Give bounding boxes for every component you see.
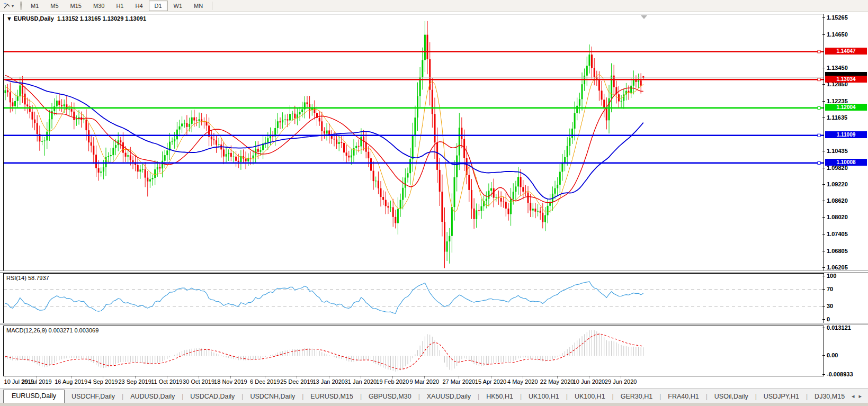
price-axis-label: 1.09220 [827,181,848,187]
timeframe-button-m5[interactable]: M5 [44,1,64,11]
time-axis-label: 4 May 2020 [507,378,538,385]
axis-tick-mark [822,267,825,268]
toolbar-separator [212,2,212,10]
axis-tick-mark [822,168,825,168]
price-axis-label: 1.12235 [827,98,848,104]
timeframe-button-m15[interactable]: M15 [65,1,87,11]
axis-tick-mark [822,17,825,18]
time-axis-label: 31 Jan 2020 [345,378,377,385]
chart-tab-usdchf-daily[interactable]: USDCHF,Daily [65,391,122,403]
cursor-tool-button[interactable]: ▾ [0,0,17,12]
time-axis-label: 6 Dec 2019 [250,378,280,385]
timeframe-button-h4[interactable]: H4 [129,1,148,11]
chart-shift-marker[interactable] [641,15,647,19]
hline-price-badge: 1.10008 [825,159,867,166]
axis-tick-mark [822,118,825,118]
timeframe-button-mn[interactable]: MN [188,1,209,11]
price-axis-label: 30 [827,303,833,309]
time-axis-label: 19 Feb 2020 [376,378,409,385]
price-axis-label: -0.008933 [827,371,853,377]
crosshair-line-icon [3,2,11,10]
time-axis-label: 16 Aug 2019 [55,378,87,385]
axis-tick-mark [822,319,825,320]
timeframe-button-w1[interactable]: W1 [168,1,189,11]
axis-tick-mark [822,68,825,68]
price-axis-label: 1.13450 [827,65,848,71]
hline-price-badge: 1.14047 [825,48,867,55]
axis-tick-mark [822,101,825,102]
candlestick-layer [4,14,824,270]
time-axis-label: 9 Mar 2020 [410,378,440,385]
chart-tab-usdjpy-h1[interactable]: USDJPY,H1 [757,391,806,403]
axis-tick-mark [822,306,825,306]
axis-tick-mark [822,328,825,328]
time-axis-label: 10 Jun 2020 [573,378,605,385]
time-axis-label: 29 Jun 2020 [605,378,637,385]
axis-tick-mark [822,374,825,375]
price-axis-label: 1.14650 [827,31,848,38]
price-axis-label: 1.11635 [827,114,847,121]
time-axis-label: 22 May 2020 [540,378,574,385]
chart-tab-audusd-daily[interactable]: AUDUSD,Daily [123,391,182,403]
time-axis-label: 18 Nov 2019 [214,378,247,385]
chart-tab-eurusd-daily[interactable]: EURUSD,Daily [3,390,65,403]
axis-tick-mark [822,234,825,234]
axis-tick-mark [822,217,825,218]
macd-indicator-pane[interactable]: MACD(12,26,9) 0.003271 0.003069 [3,326,824,376]
timeframe-button-m1[interactable]: M1 [25,1,44,11]
chevron-down-icon: ▾ [12,4,14,8]
mt4-window: ▾ M1M5M15M30H1H4D1W1MN ▼ EURUSD,Daily 1.… [0,0,868,406]
time-axis-label: 4 Sep 2019 [88,378,118,385]
timeframe-button-h1[interactable]: H1 [110,1,129,11]
main-chart-pane[interactable]: ▼ EURUSD,Daily 1.13152 1.13165 1.13029 1… [3,14,824,271]
time-axis-label: 27 Mar 2020 [442,378,475,385]
axis-tick-mark [822,276,825,276]
chart-tab-uk100-h1[interactable]: UK100,H1 [522,391,566,403]
time-axis-label: 23 Sep 2019 [118,378,151,385]
time-axis-label: 29 Jul 2019 [22,378,52,385]
chart-tab-dj30-m15[interactable]: DJ30,M15 [808,391,852,403]
time-axis[interactable]: 10 Jul 201929 Jul 201916 Aug 20194 Sep 2… [3,376,825,388]
chart-tab-usdcnh-daily[interactable]: USDCNH,Daily [243,391,302,403]
price-axis-label: 1.06805 [827,248,848,254]
chart-tab-fra40-h1[interactable]: FRA40,H1 [661,391,705,403]
chart-tab-xauusd-daily[interactable]: XAUUSD,Daily [420,391,478,403]
pane-splitter[interactable] [0,323,868,325]
rsi-indicator-pane[interactable]: RSI(14) 58.7937 [3,273,824,323]
time-axis-label: 30 Oct 2019 [183,378,214,385]
price-axis-label: 0.013121 [827,324,851,331]
chart-tab-eurusd-m15[interactable]: EURUSD,M15 [303,391,360,403]
chart-title-symbol: EURUSD,Daily [14,15,54,22]
time-axis-label: 13 Jan 2020 [312,378,345,385]
timeframe-button-m30[interactable]: M30 [87,1,110,11]
price-axis-label: 70 [827,286,833,292]
timeframe-button-d1[interactable]: D1 [149,1,168,11]
window-bottom-strip [0,403,868,406]
timeframe-toolbar: M1M5M15M30H1H4D1W1MN [25,0,209,12]
time-axis-label: 25 Dec 2019 [280,378,313,385]
axis-tick-mark [822,251,825,251]
price-axis-label: 1.08020 [827,214,848,220]
axis-tick-mark [822,84,825,85]
chart-tab-ger30-h1[interactable]: GER30,H1 [614,391,659,403]
price-axis-label: 1.15265 [827,14,848,21]
chart-title: ▼ EURUSD,Daily 1.13152 1.13165 1.13029 1… [6,15,146,22]
price-axis-label: 1.07405 [827,231,848,237]
price-axis-label: 1.10435 [827,148,848,154]
price-axis-label: 100 [827,273,836,279]
time-axis-label: 11 Oct 2019 [151,378,182,385]
price-axis[interactable]: 1.152651.146501.134501.128501.122351.116… [825,14,868,379]
price-axis-label: 1.08620 [827,197,848,204]
chart-tab-gbpusd-m30[interactable]: GBPUSD,M30 [362,391,418,403]
chart-tab-usoil-daily[interactable]: USOil,Daily [708,391,755,403]
pane-splitter[interactable] [0,270,868,273]
axis-tick-mark [822,151,825,151]
axis-tick-mark [822,289,825,290]
chart-tab-usdcad-daily[interactable]: USDCAD,Daily [183,391,241,403]
chart-tab-uk100-h1[interactable]: UK100,H1 [568,391,612,403]
chart-title-ohlc: 1.13152 1.13165 1.13029 1.13091 [57,15,146,22]
chart-tab-hk50-h1[interactable]: HK50,H1 [479,391,520,403]
tab-scroll-arrows[interactable]: ◂▸ [852,393,868,403]
toolbar-grip[interactable] [20,2,22,10]
rsi-label: RSI(14) 58.7937 [6,275,49,281]
